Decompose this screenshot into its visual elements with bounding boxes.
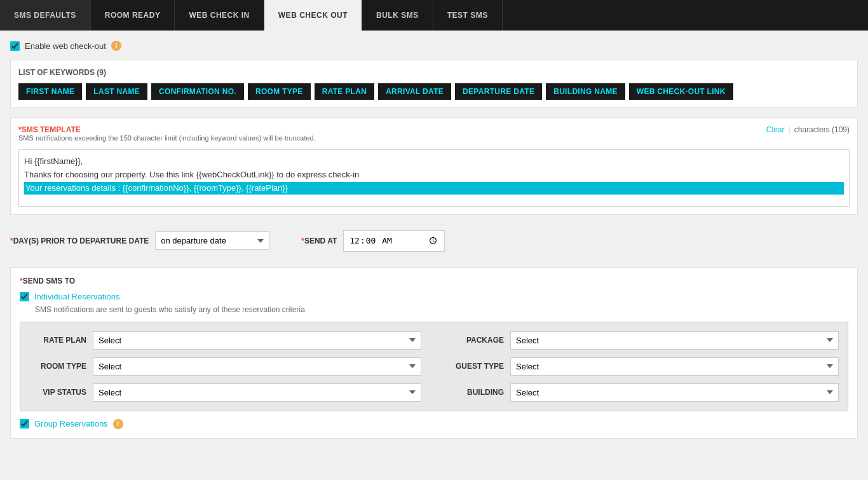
criteria-grid: RATE PLAN Select PACKAGE Select ROOM TYP…	[20, 322, 848, 411]
keyword-last-name[interactable]: LAST NAME	[86, 83, 147, 100]
nav-sms-defaults[interactable]: SMS DEFAULTS	[0, 0, 91, 31]
individual-reservations-checkbox[interactable]	[20, 292, 29, 301]
template-title: *SMS TEMPLATE	[18, 125, 316, 134]
days-prior-label: *DAY(S) PRIOR TO DEPARTURE DATE	[10, 237, 149, 245]
send-sms-section: *SEND SMS TO Individual Reservations SMS…	[10, 267, 858, 439]
keywords-list: FIRST NAME LAST NAME CONFIRMATION NO. RO…	[18, 83, 850, 100]
nav-web-check-out[interactable]: WEB CHECK OUT	[264, 0, 362, 31]
template-actions: Clear | characters (109)	[766, 125, 850, 134]
rate-plan-select[interactable]: Select	[93, 331, 421, 350]
package-label: PACKAGE	[447, 336, 504, 345]
group-reservations-label[interactable]: Group Reservations	[34, 419, 108, 429]
template-line1: Hi {{firstName}},	[24, 155, 844, 168]
main-content: Enable web check-out i LIST OF KEYWORDS …	[0, 31, 868, 458]
building-select[interactable]: Select	[510, 383, 839, 402]
nav-bulk-sms[interactable]: BULK SMS	[362, 0, 433, 31]
keyword-departure-date[interactable]: DEPARTURE DATE	[455, 83, 542, 100]
enable-checkout-row: Enable web check-out i	[10, 41, 858, 51]
enable-checkout-label[interactable]: Enable web check-out	[25, 41, 106, 51]
nav-test-sms[interactable]: TEST SMS	[433, 0, 503, 31]
template-line2: Thanks for choosing our property. Use th…	[24, 168, 844, 182]
nav-room-ready[interactable]: ROOM READY	[91, 0, 175, 31]
template-notice: SMS notifications exceeding the 150 char…	[18, 134, 316, 142]
group-reservations-row: Group Reservations i	[20, 419, 848, 429]
vip-status-label: VIP STATUS	[29, 388, 86, 397]
rate-plan-row: RATE PLAN Select	[29, 331, 421, 350]
room-type-row: ROOM TYPE Select	[29, 357, 421, 376]
char-count: characters (109)	[794, 125, 850, 134]
keyword-room-type[interactable]: ROOM TYPE	[248, 83, 311, 100]
template-header: *SMS TEMPLATE SMS notifications exceedin…	[18, 125, 850, 146]
keyword-arrival-date[interactable]: ARRIVAL DATE	[378, 83, 451, 100]
guest-type-select[interactable]: Select	[510, 357, 839, 376]
keyword-building-name[interactable]: BUILDING NAME	[546, 83, 625, 100]
vip-status-row: VIP STATUS Select	[29, 383, 421, 402]
keywords-section: LIST OF KEYWORDS (9) FIRST NAME LAST NAM…	[10, 60, 858, 108]
vip-status-select[interactable]: Select	[93, 383, 421, 402]
building-row: BUILDING Select	[447, 383, 839, 402]
group-info-icon[interactable]: i	[113, 419, 123, 429]
send-at-input[interactable]	[343, 230, 445, 252]
send-at-group: *SEND AT	[301, 230, 445, 252]
clear-link[interactable]: Clear	[766, 125, 785, 134]
keyword-confirmation-no[interactable]: CONFIRMATION NO.	[151, 83, 244, 100]
room-type-label: ROOM TYPE	[29, 362, 86, 371]
days-prior-group: *DAY(S) PRIOR TO DEPARTURE DATE on depar…	[10, 231, 269, 250]
nav-web-check-in[interactable]: WEB CHECK IN	[175, 0, 264, 31]
individual-reservations-label[interactable]: Individual Reservations	[34, 292, 119, 301]
guest-type-label: GUEST TYPE	[447, 362, 504, 371]
days-prior-select[interactable]: on departure date	[155, 231, 269, 250]
rate-plan-label: RATE PLAN	[29, 336, 86, 345]
criteria-note: SMS notifications are sent to guests who…	[35, 305, 848, 314]
enable-checkout-checkbox[interactable]	[10, 41, 20, 51]
building-label: BUILDING	[447, 388, 504, 397]
keywords-title: LIST OF KEYWORDS (9)	[18, 68, 850, 77]
keyword-web-checkout-link[interactable]: WEB CHECK-OUT LINK	[629, 83, 733, 100]
divider: |	[789, 125, 790, 134]
sms-template-section: *SMS TEMPLATE SMS notifications exceedin…	[10, 117, 858, 215]
room-type-select[interactable]: Select	[93, 357, 421, 376]
enable-info-icon[interactable]: i	[111, 41, 121, 51]
individual-reservations-row: Individual Reservations	[20, 292, 848, 301]
package-select[interactable]: Select	[510, 331, 839, 350]
send-sms-title: *SEND SMS TO	[20, 277, 848, 285]
top-navigation: SMS DEFAULTS ROOM READY WEB CHECK IN WEB…	[0, 0, 868, 31]
guest-type-row: GUEST TYPE Select	[447, 357, 839, 376]
timing-settings-row: *DAY(S) PRIOR TO DEPARTURE DATE on depar…	[10, 224, 858, 258]
package-row: PACKAGE Select	[447, 331, 839, 350]
template-text-area[interactable]: Hi {{firstName}}, Thanks for choosing ou…	[18, 149, 850, 207]
send-at-label: *SEND AT	[301, 237, 337, 245]
keyword-first-name[interactable]: FIRST NAME	[18, 83, 82, 100]
group-reservations-checkbox[interactable]	[20, 419, 29, 429]
template-line3: Your reservations details : {{confirmati…	[24, 182, 844, 195]
keyword-rate-plan[interactable]: RATE PLAN	[315, 83, 374, 100]
